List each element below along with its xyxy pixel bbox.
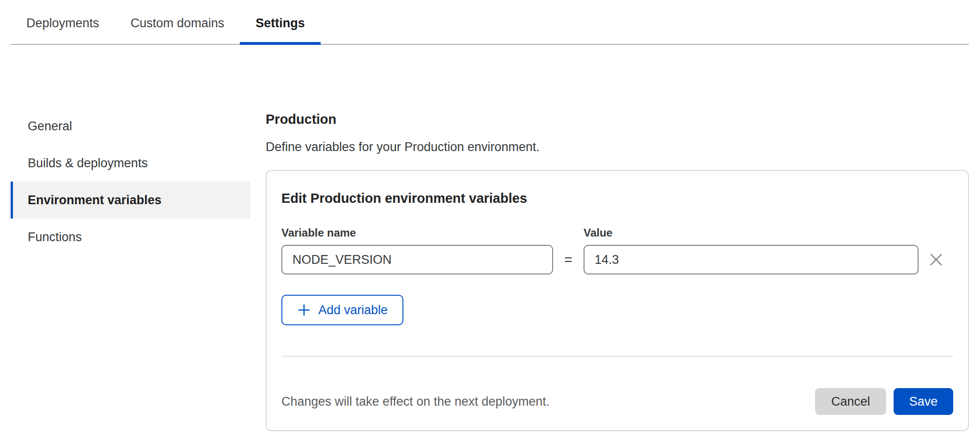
variable-row: Variable name Value = [281,226,953,274]
tab-custom-domains[interactable]: Custom domains [115,3,240,44]
tab-deployments[interactable]: Deployments [11,3,115,44]
section-description: Define variables for your Production env… [266,140,969,154]
sidebar-item-builds-deployments-label: Builds & deployments [28,156,148,170]
close-icon [927,250,945,269]
tab-bar: Deployments Custom domains Settings [11,0,969,45]
section-title: Production [266,111,969,127]
sidebar-item-functions-label: Functions [28,230,82,244]
sidebar-item-builds-deployments[interactable]: Builds & deployments [11,145,250,182]
sidebar-item-general-label: General [28,119,72,134]
tab-custom-domains-label: Custom domains [131,16,225,30]
content-area: General Builds & deployments Environment… [0,45,980,431]
save-button[interactable]: Save [894,388,953,415]
footer-actions: Cancel Save [815,388,953,415]
add-variable-label: Add variable [318,303,388,317]
add-variable-button[interactable]: Add variable [281,295,403,325]
card-footer: Changes will take effect on the next dep… [281,388,953,415]
tab-settings-label: Settings [256,16,305,30]
variable-name-input[interactable] [281,245,553,274]
sidebar-item-environment-variables-label: Environment variables [28,193,162,207]
tab-deployments-label: Deployments [26,16,99,30]
card-divider [281,356,953,357]
value-label: Value [584,226,919,239]
remove-variable-button[interactable] [919,250,953,269]
sidebar-item-general[interactable]: General [11,108,250,145]
plus-icon [297,303,311,317]
variable-name-label: Variable name [281,226,553,239]
sidebar-item-environment-variables[interactable]: Environment variables [11,182,250,219]
tab-settings[interactable]: Settings [240,3,321,44]
cancel-button[interactable]: Cancel [815,388,886,415]
environment-variables-card: Edit Production environment variables Va… [266,170,969,431]
main-panel: Production Define variables for your Pro… [266,111,969,431]
footer-note: Changes will take effect on the next dep… [281,395,549,409]
settings-sidebar: General Builds & deployments Environment… [11,108,250,431]
card-title: Edit Production environment variables [281,190,953,206]
variable-value-input[interactable] [584,245,919,274]
sidebar-item-functions[interactable]: Functions [11,219,250,256]
equals-separator: = [553,252,584,268]
